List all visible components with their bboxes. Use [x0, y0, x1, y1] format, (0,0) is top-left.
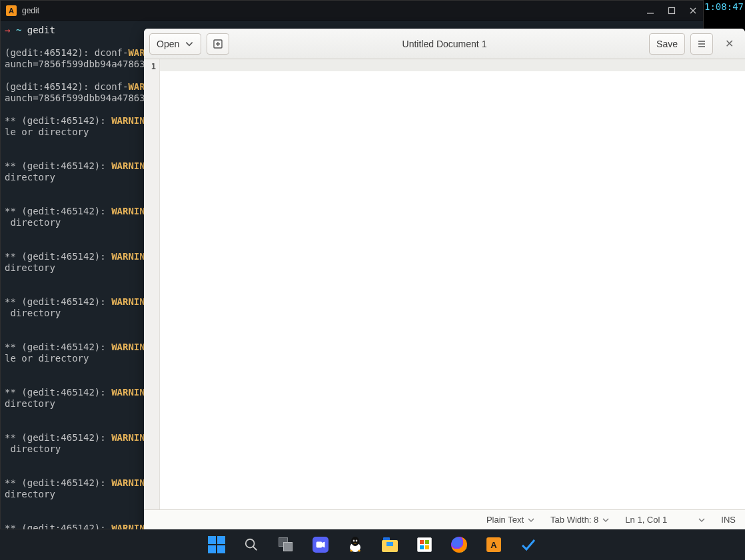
gedit-window: Open Untitled Document 1 Save ✕ 1 Plain … [144, 29, 745, 529]
linux-button[interactable] [346, 535, 365, 554]
alacritty-button[interactable]: A [484, 535, 503, 554]
svg-rect-0 [669, 7, 675, 13]
syntax-label: Plain Text [486, 515, 524, 525]
svg-point-2 [246, 539, 255, 548]
insmode-label: INS [721, 515, 736, 525]
editor-area: 1 [144, 59, 745, 509]
chevron-down-icon [602, 517, 609, 523]
chevron-down-icon [185, 39, 194, 49]
hamburger-menu-button[interactable] [690, 33, 713, 55]
syntax-selector[interactable]: Plain Text [486, 515, 534, 525]
new-tab-icon [213, 39, 223, 49]
video-chat-icon [313, 537, 329, 553]
svg-point-5 [351, 537, 359, 546]
close-button[interactable] [688, 6, 698, 15]
svg-point-9 [357, 541, 357, 541]
gedit-close-button[interactable]: ✕ [718, 33, 740, 55]
checkmark-icon [520, 536, 537, 553]
line-number: 1 [144, 62, 156, 71]
open-label: Open [157, 39, 179, 49]
tux-icon [347, 536, 364, 553]
start-button[interactable] [207, 535, 226, 554]
task-view-icon [279, 537, 293, 552]
gedit-headerbar: Open Untitled Document 1 Save ✕ [144, 29, 745, 59]
gedit-statusbar: Plain Text Tab Width: 8 Ln 1, Col 1 INS [144, 509, 745, 529]
chevron-down-icon [698, 517, 705, 523]
open-button[interactable]: Open [149, 33, 201, 55]
text-view[interactable] [160, 59, 745, 509]
alacritty-icon: A [486, 537, 501, 552]
ms-store-icon [417, 537, 432, 552]
folder-icon [382, 537, 398, 552]
save-button[interactable]: Save [649, 33, 685, 55]
terminal-title: gedit [22, 6, 39, 15]
tabwidth-label: Tab Width: 8 [550, 515, 598, 525]
line-number-gutter: 1 [144, 59, 160, 509]
current-line-highlight [160, 59, 745, 71]
windows-logo-icon [208, 536, 225, 553]
cursor-position[interactable]: Ln 1, Col 1 [625, 515, 705, 525]
search-button[interactable] [242, 535, 261, 554]
svg-point-8 [354, 541, 355, 541]
terminal-titlebar[interactable]: A gedit [1, 1, 703, 21]
tab-width-selector[interactable]: Tab Width: 8 [550, 515, 609, 525]
ms-store-button[interactable] [415, 535, 434, 554]
maximize-button[interactable] [667, 6, 676, 15]
search-icon [244, 537, 259, 552]
video-chat-button[interactable] [311, 535, 330, 554]
alacritty-logo-icon: A [6, 5, 17, 16]
hamburger-icon [697, 39, 706, 49]
file-explorer-button[interactable] [380, 535, 399, 554]
save-label: Save [656, 39, 678, 49]
taskbar: A [0, 529, 745, 560]
minimize-button[interactable] [646, 6, 655, 15]
chevron-down-icon [528, 517, 534, 523]
firefox-button[interactable] [450, 535, 468, 554]
new-tab-button[interactable] [207, 33, 229, 55]
system-clock: 11:08:47 [699, 1, 744, 12]
task-view-button[interactable] [277, 535, 295, 554]
svg-rect-3 [317, 542, 322, 547]
todo-button[interactable] [519, 535, 538, 554]
insert-mode[interactable]: INS [721, 515, 736, 525]
firefox-icon [451, 537, 467, 553]
position-label: Ln 1, Col 1 [625, 515, 667, 525]
